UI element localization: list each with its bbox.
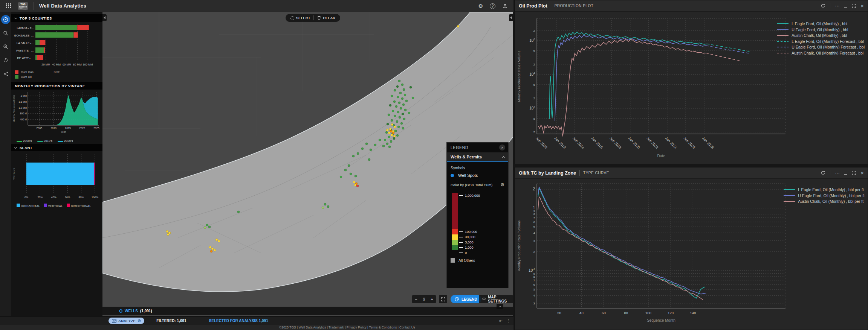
svg-text:20 MM: 20 MM <box>41 63 50 66</box>
series-swatch <box>777 29 789 30</box>
rail-zoom-search-icon[interactable] <box>1 42 10 51</box>
panel-title: Oil/ft TC by Landing Zone <box>519 170 576 176</box>
legend-item[interactable]: U Eagle Ford, Oil (Monthly) , bbl per ft <box>784 193 865 198</box>
apps-grid-icon[interactable] <box>6 3 11 8</box>
svg-text:800 M: 800 M <box>20 112 27 115</box>
svg-text:2: 2 <box>533 131 535 134</box>
legend-item[interactable]: Austin Chalk, Oil (Monthly) , bbl <box>777 33 865 38</box>
legend-section-wells-permits[interactable]: Wells & Permits <box>447 152 508 162</box>
svg-text:5: 5 <box>533 117 535 120</box>
close-icon[interactable]: × <box>499 144 505 151</box>
maximize-icon[interactable] <box>852 4 856 8</box>
refresh-icon[interactable] <box>821 170 825 175</box>
minimize-icon[interactable] <box>844 171 847 175</box>
svg-text:80: 80 <box>624 311 628 315</box>
wells-layer-count: (1,091) <box>140 309 152 313</box>
swatch-2010s <box>37 141 43 142</box>
clear-button[interactable]: CLEAR <box>314 16 339 20</box>
panel-title: Oil Prod Plot <box>519 3 547 9</box>
legend-item[interactable]: Austin Chalk, Oil (Monthly) , bbl per ft <box>784 199 865 204</box>
production-plot-legend: L Eagle Ford, Oil (Monthly) , bbl U Eagl… <box>777 21 865 55</box>
svg-text:Monthly Production (BOE): Monthly Production (BOE) <box>12 95 15 122</box>
refresh-icon[interactable] <box>821 3 825 8</box>
fullscreen-button[interactable] <box>439 295 447 303</box>
legend-item[interactable]: Austin Chalk, Oil (Monthly) Forecast , b… <box>777 51 865 55</box>
legend-item[interactable]: U Eagle Ford, Oil (Monthly) , bbl <box>777 27 865 32</box>
svg-text:FAYETTE - ...: FAYETTE - ... <box>16 49 34 52</box>
minimize-icon[interactable] <box>844 4 847 8</box>
analyze-button[interactable]: ANALYZE ⊕ <box>108 318 144 324</box>
selected-for-analysis: SELECTED FOR ANALYSIS 1,091 <box>209 319 268 323</box>
section-header-vintage[interactable]: MONTHLY PRODUCTION BY VINTAGE <box>11 82 102 90</box>
legend-item[interactable]: L Eagle Ford, Oil (Monthly) Forecast , b… <box>777 39 865 44</box>
legend-item[interactable]: L Eagle Ford, Oil (Monthly) , bbl per ft <box>784 187 865 192</box>
footer-copyright: ©2025 TGS | Well Data Analytics | Tradem… <box>0 325 513 330</box>
panel-window-actions: ⋯ × <box>821 170 864 176</box>
bottom-action-bar: ANALYZE ⊕ FILTERED: 1,091 SELECTED FOR A… <box>0 316 513 325</box>
symbols-label: Symbols <box>451 166 504 170</box>
map-legend-panel: LEGEND × Wells & Permits Symbols Well Sp… <box>446 142 509 288</box>
svg-text:5: 5 <box>533 83 535 87</box>
panel-header: Oil Prod Plot PRODUCTION PLOT ⋯ × <box>515 0 868 12</box>
more-vertical-icon[interactable]: ⋮ <box>506 318 510 323</box>
collapse-bar-icon[interactable]: ⇤ <box>499 318 503 323</box>
svg-text:Date: Date <box>657 154 665 158</box>
collapse-right-panel-handle[interactable] <box>509 14 513 21</box>
map-layers-strip: WELLS (1,091) <box>102 307 513 315</box>
rail-dashboard-icon[interactable] <box>1 15 10 24</box>
filtered-count: FILTERED: 1,091 <box>156 319 186 323</box>
svg-text:0%: 0% <box>24 196 28 199</box>
svg-text:Jan 2018: Jan 2018 <box>609 136 622 149</box>
rail-share-icon[interactable] <box>1 69 10 78</box>
svg-text:2005: 2005 <box>37 127 43 129</box>
svg-text:2010: 2010 <box>50 127 57 129</box>
section-header-top5-counties[interactable]: TOP 5 COUNTIES <box>11 14 102 22</box>
maximize-icon[interactable] <box>852 171 856 175</box>
plus-circle-icon: ⊕ <box>138 318 141 323</box>
section-title: MONTHLY PRODUCTION BY VINTAGE <box>15 84 85 88</box>
series-swatch <box>784 195 795 196</box>
rail-history-icon[interactable] <box>1 56 10 65</box>
legend-item-2010s: 2010's <box>37 139 53 143</box>
section-header-slant[interactable]: SLANT <box>11 144 102 151</box>
app-root: TGS Well Data Analytics ⚙ ? <box>0 0 868 330</box>
wells-layer-badge[interactable]: WELLS (1,091) <box>119 309 152 313</box>
svg-text:Monthly Production Rate / Volu: Monthly Production Rate / Volume <box>517 220 521 271</box>
svg-text:Jan 2020: Jan 2020 <box>627 136 640 149</box>
rail-search-icon[interactable] <box>1 29 10 38</box>
bottom-bar-actions: ⇤ ⋮ <box>499 318 510 323</box>
legend-button[interactable]: LEGEND <box>451 295 481 303</box>
expand-icon <box>441 297 445 301</box>
more-icon[interactable]: ⋯ <box>835 170 839 176</box>
close-icon[interactable]: × <box>860 4 864 8</box>
all-others-row: All Others <box>451 258 504 263</box>
more-icon[interactable]: ⋯ <box>835 3 839 9</box>
wells-layer-icon <box>119 309 122 313</box>
svg-text:Sequence Month: Sequence Month <box>647 318 675 322</box>
help-icon[interactable]: ? <box>490 3 495 9</box>
collapse-left-panel-handle[interactable] <box>102 14 107 21</box>
svg-text:2 MM: 2 MM <box>21 94 27 97</box>
gear-icon[interactable]: ⚙ <box>500 182 504 187</box>
legend-item[interactable]: L Eagle Ford, Oil (Monthly) , bbl <box>777 21 865 26</box>
settings-gear-icon[interactable]: ⚙ <box>478 3 483 9</box>
zoom-out-button[interactable]: − <box>412 297 420 301</box>
select-button[interactable]: SELECT <box>287 16 313 20</box>
svg-text:Jan 2010: Jan 2010 <box>535 136 548 149</box>
map-settings-button[interactable]: MAP SETTINGS <box>479 295 513 303</box>
svg-text:20: 20 <box>557 311 561 315</box>
legend-item-vertical: VERTICAL <box>44 204 63 208</box>
close-icon[interactable]: × <box>860 171 864 175</box>
svg-text:Jan 2012: Jan 2012 <box>553 136 567 149</box>
topbar-divider <box>34 2 34 10</box>
swatch-2000s <box>17 141 22 142</box>
chevron-down-icon <box>14 16 17 19</box>
slant-chart: 0%20%40%60%80%100%Well Count <box>11 152 102 201</box>
legend-item[interactable]: U Eagle Ford, Oil (Monthly) Forecast , b… <box>777 45 865 49</box>
user-icon[interactable] <box>502 3 508 9</box>
app-title: Well Data Analytics <box>39 3 86 9</box>
series-swatch <box>784 189 795 190</box>
left-icon-rail <box>0 12 11 316</box>
zoom-in-button[interactable]: + <box>428 297 436 301</box>
svg-text:8: 8 <box>533 213 535 216</box>
